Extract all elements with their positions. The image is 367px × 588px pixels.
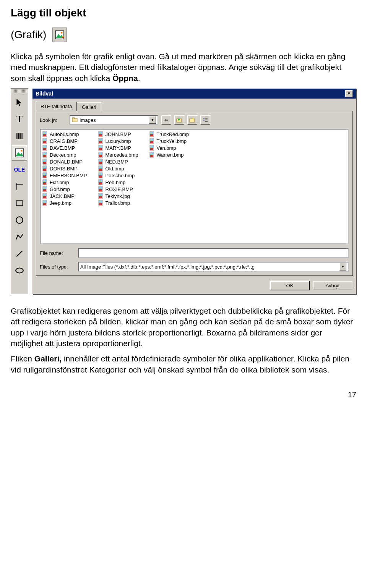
polygon-tool-icon[interactable] <box>12 229 27 245</box>
file-item[interactable]: Old.bmp <box>98 165 138 172</box>
file-item[interactable]: Red.bmp <box>98 179 138 185</box>
dropdown-arrow-icon[interactable]: ▼ <box>339 263 346 271</box>
file-item[interactable]: CRAIG.BMP <box>42 138 87 144</box>
line-tool-icon[interactable] <box>12 246 27 261</box>
svg-rect-10 <box>21 133 22 139</box>
file-label: Golf.bmp <box>50 186 70 192</box>
file-label: Fiat.bmp <box>50 180 69 185</box>
file-item[interactable]: TruckYel.bmp <box>149 138 189 144</box>
screenshot-block: T OLE Bildval × RTF-fältindata Galleri L… <box>11 88 356 294</box>
file-list[interactable]: Autobus.bmpCRAIG.BMPDAVE.BMPDecker.bmpDO… <box>40 129 349 244</box>
back-icon[interactable]: ⇐ <box>161 115 171 125</box>
file-item[interactable]: Porsche.bmp <box>98 172 138 178</box>
svg-rect-31 <box>43 134 46 136</box>
svg-point-2 <box>61 32 63 33</box>
svg-point-109 <box>100 188 101 188</box>
file-dialog: Bildval × RTF-fältindata Galleri Look in… <box>32 88 356 294</box>
svg-rect-25 <box>203 118 205 119</box>
svg-point-37 <box>44 139 45 140</box>
file-item[interactable]: Jeep.bmp <box>42 200 87 206</box>
file-item[interactable]: Autobus.bmp <box>42 131 87 137</box>
view-list-icon[interactable] <box>200 115 210 125</box>
bmp-file-icon <box>42 145 48 151</box>
svg-rect-131 <box>150 155 153 157</box>
ok-button[interactable]: OK <box>270 281 309 290</box>
svg-rect-55 <box>43 175 46 178</box>
bmp-file-icon <box>42 152 48 158</box>
svg-rect-95 <box>99 168 102 171</box>
file-label: Van.bmp <box>157 145 176 151</box>
svg-point-85 <box>100 146 101 147</box>
file-label: DONALD.BMP <box>50 159 83 165</box>
file-item[interactable]: ROXIE.BMP <box>98 186 138 192</box>
dialog-tabs: RTF-fältindata Galleri <box>32 99 356 111</box>
file-item[interactable]: Golf.bmp <box>42 186 87 192</box>
file-item[interactable]: JACK.BMP <box>42 193 87 199</box>
svg-rect-26 <box>203 120 205 121</box>
bmp-file-icon <box>98 200 104 206</box>
svg-point-41 <box>44 146 45 147</box>
ellipse-tool-icon[interactable] <box>12 263 27 278</box>
svg-rect-115 <box>99 203 102 205</box>
circle-tool-icon[interactable] <box>12 212 27 228</box>
file-item[interactable]: Trailor.bmp <box>98 200 138 206</box>
svg-point-45 <box>44 153 45 154</box>
up-folder-icon[interactable] <box>174 115 184 125</box>
file-label: EMERSON.BMP <box>50 173 87 178</box>
bmp-file-icon <box>149 138 155 144</box>
text-tool-icon[interactable]: T <box>12 112 27 127</box>
file-item[interactable]: NED.BMP <box>98 159 138 165</box>
svg-rect-28 <box>205 120 208 120</box>
file-item[interactable]: EMERSON.BMP <box>42 172 87 178</box>
file-item[interactable]: DONALD.BMP <box>42 159 87 165</box>
dropdown-arrow-icon[interactable]: ▼ <box>149 116 156 124</box>
svg-point-61 <box>44 181 45 181</box>
pointer-tool-icon[interactable] <box>12 95 27 110</box>
file-item[interactable]: Luxury.bmp <box>98 138 138 144</box>
file-item[interactable]: TruckRed.bmp <box>149 131 189 137</box>
hline-tool-icon[interactable] <box>12 179 27 194</box>
svg-rect-8 <box>18 133 19 139</box>
image-tool-icon[interactable] <box>12 145 27 160</box>
new-folder-icon[interactable] <box>187 115 197 125</box>
file-item[interactable]: MARY.BMP <box>98 145 138 151</box>
file-label: DORIS.BMP <box>50 166 78 172</box>
close-icon[interactable]: × <box>345 90 353 97</box>
filetype-combo[interactable]: All Image Files (*.dxf;*.dib;*.eps;*.emf… <box>78 262 349 272</box>
rect-tool-icon[interactable] <box>12 196 27 211</box>
svg-rect-51 <box>43 168 46 171</box>
svg-rect-63 <box>43 189 46 191</box>
paragraph-2: Grafikobjektet kan redigeras genom att v… <box>11 306 356 349</box>
tool-palette: T OLE <box>11 88 28 294</box>
file-item[interactable]: Mercedes.bmp <box>98 152 138 158</box>
file-item[interactable]: Decker.bmp <box>42 152 87 158</box>
file-item[interactable]: Warren.bmp <box>149 152 189 158</box>
bmp-file-icon <box>149 152 155 158</box>
file-label: Porsche.bmp <box>106 173 135 178</box>
tab-galleri[interactable]: Galleri <box>77 102 101 112</box>
svg-rect-91 <box>99 162 102 164</box>
file-item[interactable]: Van.bmp <box>149 145 189 151</box>
file-item[interactable]: DORIS.BMP <box>42 165 87 172</box>
filename-input[interactable] <box>78 248 349 258</box>
svg-point-49 <box>44 160 45 161</box>
lookin-combo[interactable]: Images ▼ <box>70 115 158 125</box>
bmp-file-icon <box>42 179 48 185</box>
svg-rect-75 <box>99 134 102 136</box>
barcode-tool-icon[interactable] <box>12 128 27 144</box>
file-item[interactable]: Fiat.bmp <box>42 179 87 185</box>
file-label: MARY.BMP <box>106 145 131 151</box>
svg-rect-107 <box>99 189 102 191</box>
dialog-title: Bildval <box>36 91 53 97</box>
ole-tool-icon[interactable]: OLE <box>12 162 27 177</box>
tab-rtf[interactable]: RTF-fältindata <box>36 102 77 111</box>
file-item[interactable]: JOHN.BMP <box>98 131 138 137</box>
svg-point-125 <box>151 139 152 140</box>
file-item[interactable]: Teklynx.jpg <box>98 193 138 199</box>
file-label: Teklynx.jpg <box>106 193 130 199</box>
file-column-2: JOHN.BMPLuxury.bmpMARY.BMPMercedes.bmpNE… <box>98 131 138 242</box>
svg-rect-22 <box>72 118 75 119</box>
svg-point-129 <box>151 146 152 147</box>
cancel-button[interactable]: Avbryt <box>313 281 352 290</box>
file-item[interactable]: DAVE.BMP <box>42 145 87 151</box>
